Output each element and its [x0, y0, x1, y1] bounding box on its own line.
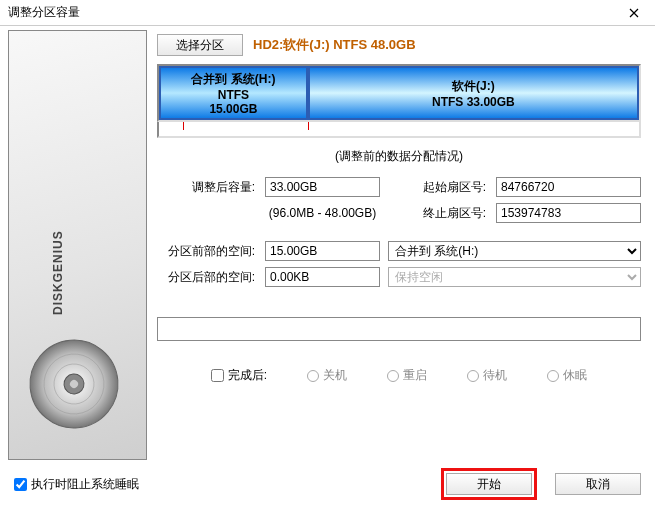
brand-label: DISKGENIUS: [51, 230, 65, 315]
title-bar: 调整分区容量: [0, 0, 655, 26]
partition-segment-merge[interactable]: 合并到 系统(H:) NTFS 15.00GB: [159, 66, 308, 120]
select-partition-button[interactable]: 选择分区: [157, 34, 243, 56]
selected-disk-label: HD2:软件(J:) NTFS 48.0GB: [253, 36, 416, 54]
input-after-size[interactable]: [265, 177, 380, 197]
diagram-caption: (调整前的数据分配情况): [157, 148, 641, 165]
label-prevent-sleep: 执行时阻止系统睡眠: [31, 476, 139, 493]
resize-form: 调整后容量: 起始扇区号: (96.0MB - 48.00GB) 终止扇区号: …: [157, 177, 641, 287]
radio-shutdown: 关机: [307, 367, 347, 384]
cancel-button[interactable]: 取消: [555, 473, 641, 495]
start-button-highlight: 开始: [441, 468, 537, 500]
window-title: 调整分区容量: [8, 4, 619, 21]
label-space-before: 分区前部的空间:: [157, 243, 257, 260]
hard-disk-icon: [8, 314, 144, 455]
input-space-before[interactable]: [265, 241, 380, 261]
input-space-after[interactable]: [265, 267, 380, 287]
radio-standby: 待机: [467, 367, 507, 384]
label-end-sector: 终止扇区号:: [388, 205, 488, 222]
after-complete-row: 完成后: 关机 重启 待机 休眠: [157, 367, 641, 384]
start-button[interactable]: 开始: [446, 473, 532, 495]
input-end-sector[interactable]: [496, 203, 641, 223]
sidebar-image: DISKGENIUS: [8, 30, 147, 460]
radio-hibernate: 休眠: [547, 367, 587, 384]
footer: 执行时阻止系统睡眠 开始 取消: [0, 466, 655, 508]
select-merge-target[interactable]: 合并到 系统(H:): [388, 241, 641, 261]
checkbox-prevent-sleep[interactable]: [14, 478, 27, 491]
partition-segment-target[interactable]: 软件(J:) NTFS 33.00GB: [308, 66, 639, 120]
checkbox-after-complete[interactable]: [211, 369, 224, 382]
input-start-sector[interactable]: [496, 177, 641, 197]
size-range-hint: (96.0MB - 48.00GB): [265, 206, 380, 220]
partition-diagram[interactable]: 合并到 系统(H:) NTFS 15.00GB 软件(J:) NTFS 33.0…: [157, 64, 641, 122]
close-icon: [629, 8, 639, 18]
close-button[interactable]: [619, 1, 649, 25]
label-start-sector: 起始扇区号:: [388, 179, 488, 196]
label-after-size: 调整后容量:: [157, 179, 257, 196]
partition-ruler: [157, 122, 641, 138]
radio-reboot: 重启: [387, 367, 427, 384]
select-keep-free: 保持空闲: [388, 267, 641, 287]
progress-bar: [157, 317, 641, 341]
label-space-after: 分区后部的空间:: [157, 269, 257, 286]
